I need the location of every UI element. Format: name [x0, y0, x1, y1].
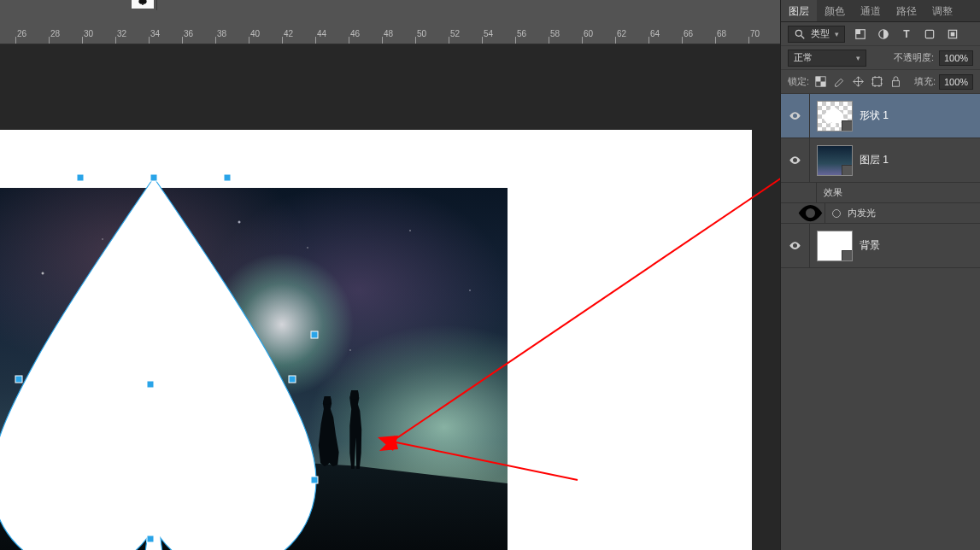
- layer-row[interactable]: 背景: [781, 224, 980, 268]
- blend-mode-value: 正常: [794, 51, 813, 64]
- filter-pixel-icon[interactable]: [853, 26, 868, 42]
- search-icon: [794, 28, 806, 40]
- layer-fx-item[interactable]: 内发光: [781, 203, 980, 224]
- panel-tab-0[interactable]: 图层: [781, 0, 817, 21]
- filter-kind-select[interactable]: 类型 ▾: [788, 26, 845, 43]
- lock-pixels-icon[interactable]: [831, 74, 847, 90]
- panel-tabs: 图层颜色通道路径调整: [781, 0, 980, 22]
- filter-smart-icon[interactable]: [945, 26, 960, 42]
- blend-row: 正常 ▾ 不透明度: 100%: [781, 46, 980, 70]
- layer-name[interactable]: 形状 1: [860, 108, 889, 123]
- filter-kind-label: 类型: [811, 27, 830, 40]
- blend-mode-select[interactable]: 正常 ▾: [788, 50, 866, 67]
- layer-thumbnail[interactable]: [817, 231, 853, 261]
- svg-rect-1: [77, 174, 84, 181]
- visibility-toggle[interactable]: [781, 94, 810, 138]
- lock-row: 锁定: 填充: 100%: [781, 70, 980, 94]
- fill-label: 填充:: [914, 75, 936, 88]
- panel-tab-3[interactable]: 路径: [889, 0, 924, 21]
- lock-artboard-icon[interactable]: [869, 74, 884, 90]
- svg-rect-29: [872, 78, 881, 86]
- layer-name[interactable]: 背景: [860, 238, 880, 253]
- layer-thumbnail[interactable]: [817, 101, 853, 132]
- layers-panel: 图层颜色通道路径调整 类型 ▾ T 正常 ▾ 不透明度: 100% 锁定: 填充…: [780, 0, 980, 550]
- svg-rect-23: [925, 30, 933, 38]
- layers-list: 形状 1图层 1效果内发光背景: [781, 94, 980, 550]
- lock-position-icon[interactable]: [850, 74, 866, 90]
- layer-name[interactable]: 图层 1: [860, 153, 889, 167]
- svg-point-18: [795, 30, 801, 36]
- visibility-toggle[interactable]: [781, 224, 810, 267]
- lock-all-icon[interactable]: [888, 74, 903, 90]
- canvas-area[interactable]: [0, 44, 780, 550]
- artboard: [0, 130, 752, 550]
- panel-tab-4[interactable]: 调整: [924, 0, 960, 21]
- panel-tab-1[interactable]: 颜色: [817, 0, 853, 21]
- chevron-down-icon: ▾: [856, 54, 860, 62]
- layer-row[interactable]: 形状 1: [781, 94, 980, 138]
- layer-filter-row: 类型 ▾ T: [781, 22, 980, 46]
- svg-rect-28: [820, 82, 825, 87]
- lock-label: 锁定:: [788, 75, 809, 88]
- svg-line-19: [801, 35, 805, 38]
- svg-rect-3: [224, 174, 231, 181]
- layer-row[interactable]: 图层 1: [781, 138, 980, 183]
- horizontal-ruler: 2628303234363840424446485052545658606264…: [0, 27, 780, 44]
- opacity-label: 不透明度:: [894, 51, 934, 64]
- filter-shape-icon[interactable]: [922, 26, 937, 42]
- opacity-input[interactable]: 100%: [939, 50, 973, 66]
- svg-rect-21: [856, 29, 860, 33]
- svg-rect-27: [815, 77, 820, 82]
- chevron-down-icon: ▾: [835, 30, 839, 38]
- svg-rect-2: [150, 174, 157, 181]
- filter-text-icon[interactable]: T: [899, 26, 914, 42]
- photo-layer: [0, 188, 508, 550]
- fill-input[interactable]: 100%: [939, 74, 973, 90]
- svg-rect-30: [892, 81, 899, 87]
- lock-transparent-icon[interactable]: [813, 74, 828, 90]
- panel-tab-2[interactable]: 通道: [853, 0, 889, 21]
- layer-thumbnail[interactable]: [817, 145, 853, 176]
- visibility-toggle[interactable]: [781, 138, 810, 182]
- shape-preset-spade[interactable]: [132, 0, 154, 9]
- svg-rect-25: [951, 32, 955, 36]
- filter-adjust-icon[interactable]: [876, 26, 891, 42]
- divider: [156, 0, 157, 10]
